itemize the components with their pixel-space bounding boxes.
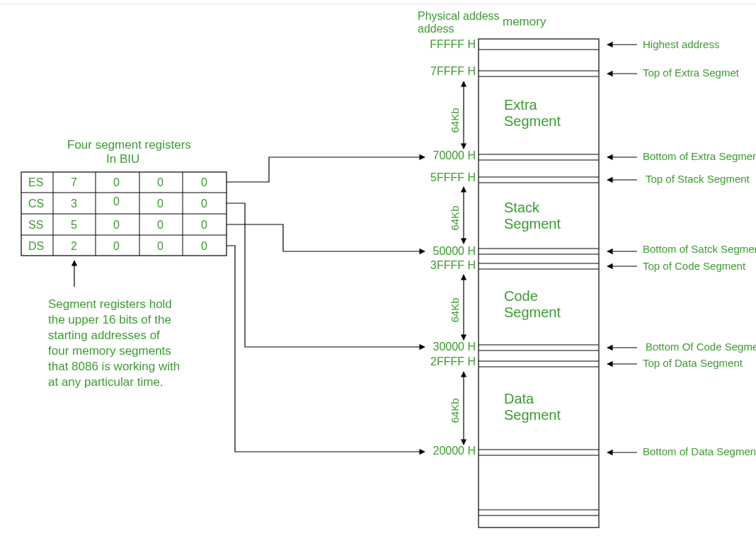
addr-3ffff: 3FFFF H <box>430 259 476 271</box>
addr-fffff: FFFFF H <box>430 38 476 50</box>
size-code: 64Kb <box>449 275 464 340</box>
reg-ss-d3: 0 <box>201 219 207 231</box>
data-segment-l1: Data <box>504 391 534 406</box>
reg-ds-name: DS <box>28 240 44 252</box>
svg-text:64Kb: 64Kb <box>449 398 461 423</box>
label-bottom-data: Bottom of Data Segment <box>607 445 756 457</box>
register-table <box>21 172 227 256</box>
svg-text:64Kb: 64Kb <box>449 108 461 132</box>
registers-title-l1: Four segment registers <box>67 138 191 152</box>
size-stack: 64Kb <box>449 187 464 244</box>
svg-text:Bottom of Extra Segment: Bottom of Extra Segment <box>643 150 756 162</box>
reg-es-name: ES <box>28 176 43 188</box>
reg-cs-d2: 0 <box>157 198 164 210</box>
reg-ds-d0: 2 <box>71 240 77 252</box>
svg-text:64Kb: 64Kb <box>449 205 461 230</box>
label-bottom-extra: Bottom of Extra Segment <box>607 150 756 162</box>
reg-cs-d0: 3 <box>71 198 77 210</box>
reg-cs-d1: 0 <box>113 195 120 207</box>
memory-column <box>479 39 599 528</box>
reg-cs-d3: 0 <box>201 198 207 210</box>
label-bottom-code: Bottom Of Code Segment <box>607 341 756 353</box>
svg-text:Top of Code Segment: Top of Code Segment <box>643 260 746 272</box>
note-l2: the upper 16 bits of the <box>48 313 171 326</box>
connector-ss <box>227 224 425 251</box>
reg-ss-name: SS <box>28 219 43 231</box>
data-segment-l2: Segment <box>504 407 561 423</box>
svg-text:64Kb: 64Kb <box>449 297 461 322</box>
reg-ds-d1: 0 <box>113 240 120 252</box>
note-l6: at any particular time. <box>48 375 164 389</box>
reg-ss-d0: 5 <box>71 219 77 231</box>
label-bottom-stack: Bottom of Satck Segment <box>607 243 756 255</box>
label-top-code: Top of Code Segment <box>607 260 746 272</box>
reg-ss-d2: 0 <box>157 219 164 231</box>
svg-text:Top of Extra Segmet: Top of Extra Segmet <box>643 67 740 79</box>
addr-7ffff: 7FFFF H <box>430 65 476 77</box>
svg-text:Top of Stack Segment: Top of Stack Segment <box>646 173 750 185</box>
physical-address-header-l2: addess <box>418 23 454 35</box>
physical-address-header: Physical addess <box>418 10 500 22</box>
connector-ds <box>227 246 425 452</box>
reg-es-d0: 7 <box>71 176 77 188</box>
note-l4: four memory segments <box>48 344 171 358</box>
code-segment-l1: Code <box>504 288 538 304</box>
memory-header: memory <box>503 15 546 28</box>
label-top-data: Top of Data Segment <box>607 357 743 369</box>
reg-es-d2: 0 <box>157 176 164 188</box>
note-l5: that 8086 is working with <box>48 360 180 373</box>
addr-70000: 70000 H <box>433 149 476 161</box>
label-highest: Highest address <box>607 38 719 50</box>
connector-es <box>227 157 425 182</box>
code-segment-l2: Segment <box>504 304 561 320</box>
size-extra: 64Kb <box>449 81 464 149</box>
svg-text:Top of Data Segment: Top of Data Segment <box>643 357 743 369</box>
stack-segment-l2: Segment <box>504 216 561 232</box>
svg-text:Bottom of Satck Segment: Bottom of Satck Segment <box>643 243 756 255</box>
reg-es-d1: 0 <box>113 176 120 188</box>
reg-cs-name: CS <box>28 198 44 210</box>
extra-segment-l2: Segment <box>504 113 561 129</box>
reg-ds-d3: 0 <box>201 240 207 252</box>
addr-2ffff: 2FFFF H <box>430 355 476 367</box>
svg-text:Bottom Of Code Segment: Bottom Of Code Segment <box>646 341 756 353</box>
label-top-stack: Top of Stack Segment <box>607 173 750 185</box>
size-data: 64Kb <box>449 372 464 445</box>
reg-ds-d2: 0 <box>157 240 164 252</box>
reg-es-d3: 0 <box>201 176 207 188</box>
note-l1: Segment registers hold <box>48 297 172 311</box>
svg-text:Bottom of Data Segment: Bottom of Data Segment <box>643 445 756 457</box>
label-top-extra: Top of Extra Segmet <box>607 67 740 79</box>
svg-text:Highest address: Highest address <box>643 38 719 50</box>
note-l3: starting addresses of <box>48 329 160 342</box>
addr-5ffff: 5FFFF H <box>430 171 476 183</box>
stack-segment-l1: Stack <box>504 200 540 215</box>
addr-30000: 30000 H <box>433 341 476 353</box>
addr-50000: 50000 H <box>433 245 476 257</box>
addr-20000: 20000 H <box>433 445 476 457</box>
reg-ss-d1: 0 <box>113 219 120 231</box>
extra-segment-l1: Extra <box>504 97 538 113</box>
registers-title-l2: In BIU <box>106 152 139 166</box>
